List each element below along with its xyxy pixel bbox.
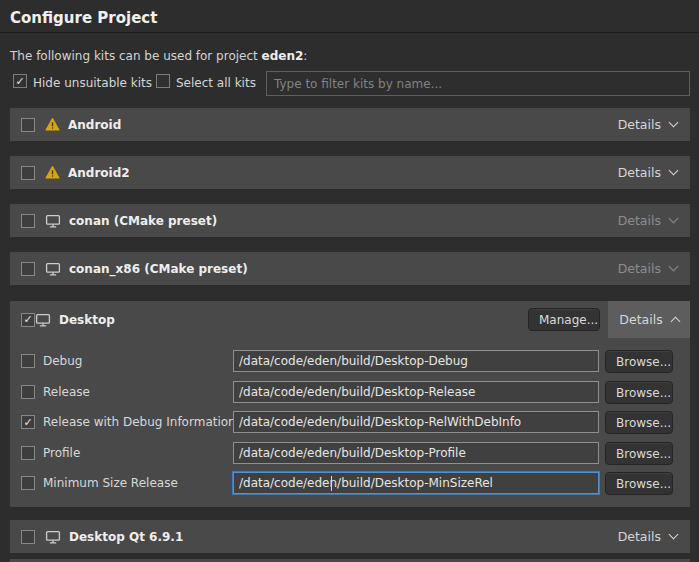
kit-name: Android2 [68, 166, 130, 180]
build-dir-input[interactable] [233, 442, 599, 464]
select-all-checkbox[interactable]: ✓ [156, 74, 170, 88]
details-label: Details [618, 529, 661, 544]
title-separator [0, 32, 699, 33]
kit-name: conan_x86 (CMake preset) [69, 262, 248, 276]
chevron-down-icon [669, 166, 679, 176]
select-all-label: Select all kits [176, 76, 256, 90]
build-config-row-minsizerel: ✓ Minimum Size Release Browse... [10, 470, 690, 496]
build-config-checkbox[interactable]: ✓ [21, 476, 35, 490]
kit-checkbox[interactable]: ✓ [21, 530, 35, 544]
details-toggle[interactable]: Details [619, 312, 678, 327]
build-config-row-debug: ✓ Debug Browse... [10, 348, 690, 374]
kit-filter-input[interactable] [266, 71, 690, 96]
details-toggle: Details [618, 261, 677, 276]
details-label: Details [618, 213, 661, 228]
details-patch: Details [608, 301, 690, 338]
kit-checkbox[interactable]: ✓ [21, 313, 35, 327]
kit-name: conan (CMake preset) [69, 214, 217, 228]
hide-unsuitable-label: Hide unsuitable kits [33, 76, 152, 90]
check-icon: ✓ [15, 76, 24, 87]
browse-button[interactable]: Browse... [605, 350, 673, 373]
desktop-icon [35, 312, 51, 328]
check-icon: ✓ [23, 314, 32, 325]
chevron-down-icon [669, 530, 679, 540]
kit-name: Desktop [59, 313, 115, 327]
details-toggle[interactable]: Details [618, 529, 677, 544]
details-label: Details [619, 312, 662, 327]
details-toggle: Details [618, 213, 677, 228]
details-toggle[interactable]: Details [618, 117, 677, 132]
warning-icon [45, 165, 60, 180]
chevron-down-icon [669, 214, 679, 224]
details-label: Details [618, 165, 661, 180]
kit-row-desktop: ✓ Desktop Manage... Details [10, 301, 690, 338]
browse-button[interactable]: Browse... [605, 381, 673, 404]
build-config-checkbox[interactable]: ✓ [21, 415, 35, 429]
details-label: Details [618, 261, 661, 276]
project-name: eden2 [262, 49, 304, 63]
kit-name: Desktop Qt 6.9.1 [69, 530, 183, 544]
chevron-down-icon [669, 118, 679, 128]
browse-button[interactable]: Browse... [605, 411, 673, 434]
build-dir-input[interactable] [233, 472, 599, 494]
check-icon: ✓ [23, 417, 32, 428]
build-config-label: Debug [43, 354, 82, 368]
intro-text: The following kits can be used for proje… [10, 49, 307, 63]
intro-suffix: : [303, 49, 307, 63]
build-config-checkbox[interactable]: ✓ [21, 385, 35, 399]
kit-row-android: ✓ Android Details [10, 108, 690, 141]
build-config-checkbox[interactable]: ✓ [21, 354, 35, 368]
build-config-label: Release with Debug Information [43, 415, 236, 429]
build-dir-input[interactable] [233, 381, 599, 403]
kit-checkbox[interactable]: ✓ [21, 166, 35, 180]
build-config-row-release: ✓ Release Browse... [10, 379, 690, 405]
kit-row-android2: ✓ Android2 Details [10, 156, 690, 189]
build-config-row-relwithdebinfo: ✓ Release with Debug Information Browse.… [10, 409, 690, 435]
build-config-label: Profile [43, 446, 80, 460]
build-config-label: Minimum Size Release [43, 476, 178, 490]
build-config-row-profile: ✓ Profile Browse... [10, 440, 690, 466]
build-config-label: Release [43, 385, 90, 399]
kit-row-conan: ✓ conan (CMake preset) Details [10, 204, 690, 237]
details-toggle[interactable]: Details [618, 165, 677, 180]
kit-checkbox[interactable]: ✓ [21, 214, 35, 228]
text-cursor [331, 476, 332, 491]
desktop-icon [45, 529, 61, 545]
kit-checkbox[interactable]: ✓ [21, 262, 35, 276]
kit-checkbox[interactable]: ✓ [21, 118, 35, 132]
build-config-checkbox[interactable]: ✓ [21, 446, 35, 460]
build-dir-input[interactable] [233, 350, 599, 372]
intro-prefix: The following kits can be used for proje… [10, 49, 262, 63]
hide-unsuitable-checkbox[interactable]: ✓ [13, 74, 27, 88]
build-dir-input[interactable] [233, 411, 599, 433]
kit-section-desktop: ✓ Desktop Manage... Details ✓ Debug Brow… [10, 301, 690, 507]
kit-name: Android [68, 118, 121, 132]
kit-row-desktop-qt: ✓ Desktop Qt 6.9.1 Details [10, 520, 690, 553]
warning-icon [45, 117, 60, 132]
manage-button[interactable]: Manage... [528, 308, 600, 331]
chevron-up-icon [670, 317, 680, 327]
desktop-icon [45, 261, 61, 277]
kit-row-conan-x86: ✓ conan_x86 (CMake preset) Details [10, 252, 690, 285]
details-label: Details [618, 117, 661, 132]
browse-button[interactable]: Browse... [605, 442, 673, 465]
browse-button[interactable]: Browse... [605, 472, 673, 495]
page-title: Configure Project [10, 9, 157, 27]
chevron-down-icon [669, 262, 679, 272]
desktop-icon [45, 213, 61, 229]
